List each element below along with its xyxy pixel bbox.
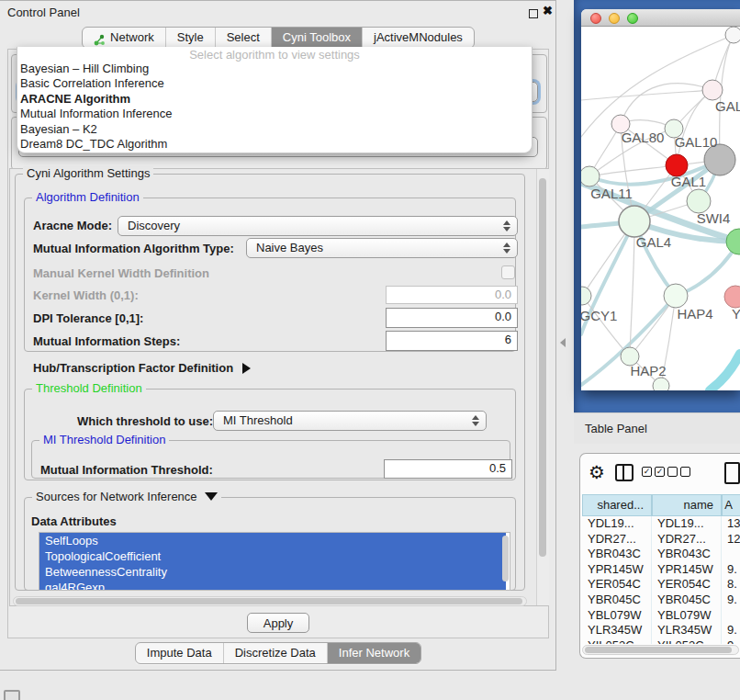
kernel-width-field[interactable]: 0.0 [386, 286, 518, 304]
table-row[interactable]: YLR345WYLR345W9. [582, 623, 740, 638]
mi-threshold-field[interactable]: 0.5 [384, 459, 512, 479]
node-label: HAP4 [677, 306, 712, 322]
tab-style[interactable]: Style [166, 28, 216, 48]
network-edge[interactable] [582, 296, 630, 356]
cyni-settings-legend: Cyni Algorithm Settings [23, 166, 153, 180]
network-node[interactable] [702, 80, 723, 100]
which-threshold-combo[interactable]: MI Threshold [213, 411, 487, 431]
column-view-icon[interactable] [615, 464, 633, 481]
cell: YIL052C [582, 638, 652, 644]
tab-discretize-data[interactable]: Discretize Data [224, 643, 328, 663]
cell: YER054C [582, 577, 652, 593]
algorithm-option[interactable]: Bayesian – K2 [17, 122, 532, 137]
settings-horizontal-scrollbar[interactable] [13, 596, 527, 606]
table-row[interactable]: YIL052CYIL052C9 [582, 638, 740, 644]
network-node[interactable] [724, 286, 740, 308]
attribute-item[interactable]: TopologicalCoefficient [39, 548, 506, 564]
network-node[interactable] [581, 166, 600, 186]
settings-vertical-scrollbar[interactable] [536, 169, 549, 605]
close-traffic-light-icon[interactable] [590, 13, 601, 24]
node-label: SWI4 [697, 210, 731, 226]
network-node[interactable] [653, 378, 669, 390]
manual-kernel-checkbox[interactable] [501, 265, 515, 279]
sources-legend[interactable]: Sources for Network Inference [32, 490, 221, 503]
table-row[interactable]: YDL19...YDL19...13 [582, 516, 740, 532]
table-row[interactable]: YPR145WYPR145W9. [582, 562, 740, 578]
table-row[interactable]: YBL079WYBL079W [582, 608, 740, 624]
column-header[interactable]: A [722, 494, 740, 516]
network-node[interactable] [664, 284, 688, 308]
chevron-down-icon [205, 492, 218, 501]
select-all-icon[interactable]: ✓✓ [642, 467, 665, 477]
algorithm-option-list: Bayesian – Hill ClimbingBasic Correlatio… [17, 62, 532, 152]
cell: 9. [722, 623, 740, 638]
tab-select[interactable]: Select [216, 28, 272, 48]
node-label: GAL1 [671, 174, 706, 189]
tab-network[interactable]: Network [83, 28, 166, 48]
splitter-collapse-icon[interactable] [560, 338, 566, 347]
table-body: YDL19...YDL19...13YDR27...YDR27...12YBR0… [582, 516, 740, 644]
gear-icon[interactable]: ⚙ [589, 461, 605, 483]
column-header[interactable]: shared... [582, 494, 652, 516]
table-horizontal-scrollbar[interactable] [582, 645, 739, 655]
network-canvas[interactable]: GAL80GAL10GAL1GAL11SWI4GAL4GCY1HAP4HAP2G… [581, 27, 740, 390]
bottom-tabbar: Impute DataDiscretize DataInfer Network [135, 642, 421, 664]
algorithm-option[interactable]: Bayesian – Hill Climbing [17, 62, 532, 76]
node-label: GCY1 [581, 308, 617, 323]
table-row[interactable]: YBR043CYBR043C [582, 547, 740, 562]
tab-jactivemnodules[interactable]: jActiveMNodules [363, 28, 474, 48]
table-row[interactable]: YER054CYER054C8. [582, 577, 740, 593]
network-node[interactable] [581, 287, 591, 305]
tab-infer-network[interactable]: Infer Network [328, 643, 420, 663]
mi-threshold-label: Mutual Information Threshold: [40, 463, 213, 477]
tab-cyni-toolbox[interactable]: Cyni Toolbox [272, 28, 363, 48]
network-edge[interactable] [581, 90, 712, 100]
minimize-traffic-light-icon[interactable] [609, 13, 620, 24]
network-node[interactable] [725, 27, 740, 43]
sources-legend-text: Sources for Network Inference [36, 490, 197, 503]
list-scrollbar[interactable] [502, 536, 509, 581]
aracne-mode-label: Aracne Mode: [33, 219, 112, 232]
table-row[interactable]: YDR27...YDR27...12 [582, 532, 740, 548]
attribute-item[interactable]: BetweennessCentrality [39, 564, 506, 580]
tab-impute-data[interactable]: Impute Data [136, 643, 224, 663]
network-window[interactable]: GAL80GAL10GAL1GAL11SWI4GAL4GCY1HAP4HAP2G… [581, 9, 740, 390]
algorithm-option[interactable]: Mutual Information Inference [17, 107, 532, 121]
node-label: GAL11 [590, 186, 633, 201]
column-header[interactable]: name [652, 494, 722, 516]
mi-type-value: Naive Bayes [256, 241, 323, 254]
dpi-tolerance-field[interactable]: 0.0 [386, 308, 518, 328]
table-document-icon[interactable] [724, 462, 740, 484]
table-row[interactable]: YBR045CYBR045C9. [582, 593, 740, 608]
aracne-mode-combo[interactable]: Discovery [118, 216, 518, 236]
algorithm-option[interactable]: Basic Correlation Inference [17, 76, 532, 91]
collapsed-panel-icon[interactable] [4, 690, 20, 700]
dropdown-placeholder: Select algorithm to view settings [17, 48, 532, 62]
data-attributes-list[interactable]: SelfLoopsTopologicalCoefficientBetweenne… [39, 532, 510, 591]
cell: 9. [722, 562, 740, 578]
deselect-all-icon[interactable] [667, 467, 690, 477]
zoom-traffic-light-icon[interactable] [627, 13, 638, 24]
mi-type-combo[interactable]: Naive Bayes [246, 238, 518, 258]
network-node[interactable] [726, 229, 740, 254]
network-edge[interactable] [710, 354, 740, 390]
cell: YLR345W [652, 623, 722, 638]
algorithm-option[interactable]: ARACNE Algorithm [17, 92, 532, 107]
cell: YER054C [652, 577, 722, 593]
network-node[interactable] [619, 206, 650, 237]
network-window-titlebar[interactable] [581, 9, 740, 27]
mi-type-label: Mutual Information Algorithm Type: [33, 242, 234, 255]
attribute-item[interactable]: SelfLoops [39, 533, 506, 548]
float-window-icon[interactable] [529, 9, 538, 18]
tab-label: Network [110, 28, 154, 48]
network-edge[interactable] [720, 35, 734, 160]
network-edge[interactable] [630, 221, 634, 356]
chevron-right-icon [242, 363, 251, 374]
apply-button[interactable]: Apply [247, 613, 309, 633]
close-icon[interactable]: ✖ [543, 4, 553, 17]
algorithm-option[interactable]: Dream8 DC_TDC Algorithm [17, 137, 532, 152]
mi-steps-field[interactable]: 6 [386, 331, 518, 351]
cell: YDL19... [652, 516, 722, 532]
attribute-item[interactable]: gal4RGexp [39, 580, 506, 591]
hub-definition-toggle[interactable]: Hub/Transcription Factor Definition [33, 361, 251, 375]
